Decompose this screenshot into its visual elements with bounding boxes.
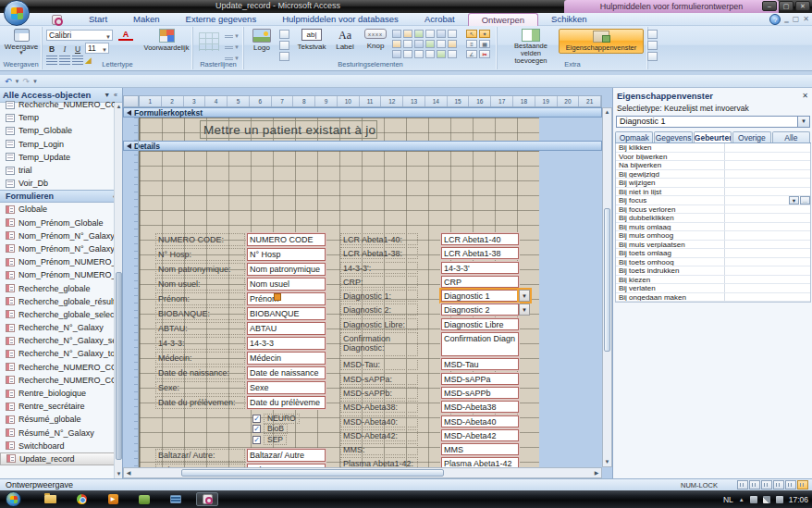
property-value-cell[interactable]: ▼ …: [725, 205, 810, 214]
clock[interactable]: 17:06: [789, 495, 808, 504]
field-label[interactable]: MSD-Abeta42:: [340, 429, 418, 441]
label-button[interactable]: Aa Label: [331, 29, 359, 51]
property-value-cell[interactable]: ▼ …: [725, 293, 810, 302]
field-textbox[interactable]: NUMERO CODE: [247, 233, 326, 246]
ribbon-tab[interactable]: Hulpmiddelen voor databases: [269, 13, 412, 26]
ribbon-tab[interactable]: Acrobat: [412, 13, 468, 26]
use-wizards-toggle[interactable]: ✦: [479, 30, 490, 38]
doc-restore-button[interactable]: ▢: [793, 14, 800, 25]
underline-button[interactable]: U: [72, 43, 83, 54]
field-label[interactable]: Diagnostic Libre:: [340, 318, 418, 330]
control-icon[interactable]: [425, 40, 435, 48]
field-textbox[interactable]: 14-3-3: [247, 337, 326, 350]
scroll-down-icon[interactable]: ▼: [603, 458, 611, 466]
control-icon[interactable]: [437, 30, 446, 38]
field-textbox[interactable]: Date du prélèveme: [247, 396, 326, 409]
field-textbox[interactable]: Baltazar/ Autre: [247, 449, 326, 462]
list-item[interactable]: Temp_Globale: [0, 124, 115, 137]
control-icon[interactable]: [392, 50, 401, 58]
field-label[interactable]: MMS:: [340, 443, 418, 455]
checkbox[interactable]: ✓: [252, 425, 261, 433]
title-control-icon[interactable]: [279, 30, 289, 39]
scroll-up-icon[interactable]: ▲: [603, 108, 611, 117]
taskbar-explorer-button[interactable]: [39, 492, 61, 506]
list-item[interactable]: Rentre_biologique: [0, 387, 115, 400]
form-header-grid[interactable]: Mettre un patient existant à jours: [139, 118, 539, 141]
list-item[interactable]: Résumé_N°_Galaxy: [0, 427, 115, 440]
scroll-left-icon[interactable]: ◀: [124, 468, 133, 477]
detail-grid[interactable]: NUMERO CODE: NUMERO CODE N° Hosp: N° Hos…: [139, 151, 539, 467]
list-item[interactable]: Voir_Db: [0, 177, 115, 190]
builder-ellipsis-button[interactable]: …: [800, 196, 810, 204]
field-textbox[interactable]: MSD-sAPPb: [441, 387, 519, 399]
field-label[interactable]: Nom usuel:: [155, 278, 245, 291]
field-textbox[interactable]: Sexe: [247, 381, 326, 394]
property-value-cell[interactable]: ▼ …: [725, 161, 810, 169]
sidebar-section-formulieren[interactable]: Formulieren «: [0, 190, 122, 203]
field-label[interactable]: MSD-sAPPb:: [340, 387, 418, 399]
detail-section-bar[interactable]: Details: [123, 141, 602, 151]
list-item[interactable]: Switchboard: [0, 440, 115, 452]
chevron-down-icon[interactable]: ▼: [797, 117, 809, 127]
qat-customize-icon[interactable]: ▼: [32, 79, 38, 84]
field-label[interactable]: Confirmation Diagnostic:: [340, 332, 418, 356]
field-textbox[interactable]: LCR Abeta1-40: [441, 233, 519, 245]
voorwaardelijk-button[interactable]: Voorwaardelijk: [142, 29, 191, 52]
logo-button[interactable]: Logo: [248, 29, 276, 52]
list-item[interactable]: Recherche_NUMERO_CODE: [0, 361, 115, 374]
control-icon[interactable]: [448, 30, 457, 38]
control-icon[interactable]: [425, 30, 435, 38]
property-value-cell[interactable]: ▼ …: [725, 188, 810, 196]
language-indicator[interactable]: NL: [723, 495, 733, 504]
object-selector-combo[interactable]: Diagnostic 1 ▼: [616, 116, 810, 128]
combo-dropdown-icon[interactable]: ▼: [519, 290, 530, 302]
office-button[interactable]: [4, 0, 30, 26]
field-label[interactable]: 14-3-3:: [155, 337, 245, 350]
list-item[interactable]: Nom_Prénom_Globale: [0, 217, 115, 229]
knop-button[interactable]: xxxx Knop: [361, 29, 390, 50]
property-value-cell[interactable]: ▼ …: [725, 153, 810, 161]
font-color-button[interactable]: A: [118, 30, 133, 41]
field-textbox[interactable]: Confirmation Diagn: [441, 332, 519, 356]
ribbon-tab[interactable]: Externe gegevens: [173, 13, 270, 26]
field-label[interactable]: MSD-Abeta40:: [340, 415, 418, 427]
ribbon-tab[interactable]: Start: [76, 13, 120, 26]
field-label[interactable]: Médecin:: [155, 352, 245, 365]
pivotchart-view-button[interactable]: [773, 480, 784, 489]
subform-icon[interactable]: [647, 52, 658, 61]
field-label[interactable]: Sexe:: [155, 381, 245, 394]
list-item[interactable]: Globale: [0, 203, 115, 216]
list-item[interactable]: Recherche_globale_résult...: [0, 295, 115, 308]
list-item[interactable]: Temp: [0, 111, 115, 124]
field-label[interactable]: Diagnostic 1:: [340, 290, 418, 302]
gridlines-icon[interactable]: [199, 32, 219, 51]
tray-expand-icon[interactable]: ▲: [739, 497, 744, 502]
scroll-right-icon[interactable]: ▶: [592, 468, 601, 477]
field-label[interactable]: MSD-Abeta38:: [340, 401, 418, 413]
list-item[interactable]: Nom_Prénom_NUMERO_C...: [0, 268, 115, 281]
checkbox-label[interactable]: BioB: [264, 424, 288, 434]
taskbar-remote-desktop-button[interactable]: [165, 492, 187, 506]
field-label[interactable]: ABTAU:: [155, 322, 245, 335]
property-tab[interactable]: Alle: [772, 131, 810, 142]
redo-icon[interactable]: ↷: [23, 76, 31, 87]
form-header-section-bar[interactable]: Formulierkoptekst: [123, 107, 602, 118]
field-label[interactable]: Prénom:: [155, 292, 245, 305]
doc-minimize-button[interactable]: ‗: [784, 14, 788, 25]
taskbar-network-button[interactable]: [133, 492, 155, 506]
form-title-label[interactable]: Mettre un patient existant à jours: [200, 120, 377, 139]
control-icon[interactable]: [392, 30, 401, 38]
bold-button[interactable]: B: [46, 43, 57, 54]
field-textbox[interactable]: Nom patronymique: [247, 263, 326, 276]
list-item[interactable]: Recherche_globale: [0, 281, 115, 294]
close-icon[interactable]: ✕: [802, 92, 808, 100]
checkbox[interactable]: ✓: [252, 415, 261, 423]
list-item[interactable]: Nom_Prénom_N°_Galaxy: [0, 229, 115, 242]
ruler-corner[interactable]: [123, 95, 139, 107]
select-pointer-tool[interactable]: ↖: [466, 30, 477, 38]
sidebar-scrollbar[interactable]: ▲ ▼: [114, 103, 122, 478]
field-label[interactable]: Date du prélèvemen:: [155, 396, 245, 409]
control-icon[interactable]: [448, 50, 457, 58]
italic-button[interactable]: I: [59, 43, 70, 54]
design-horizontal-scrollbar[interactable]: ◀ ▶: [123, 467, 602, 478]
